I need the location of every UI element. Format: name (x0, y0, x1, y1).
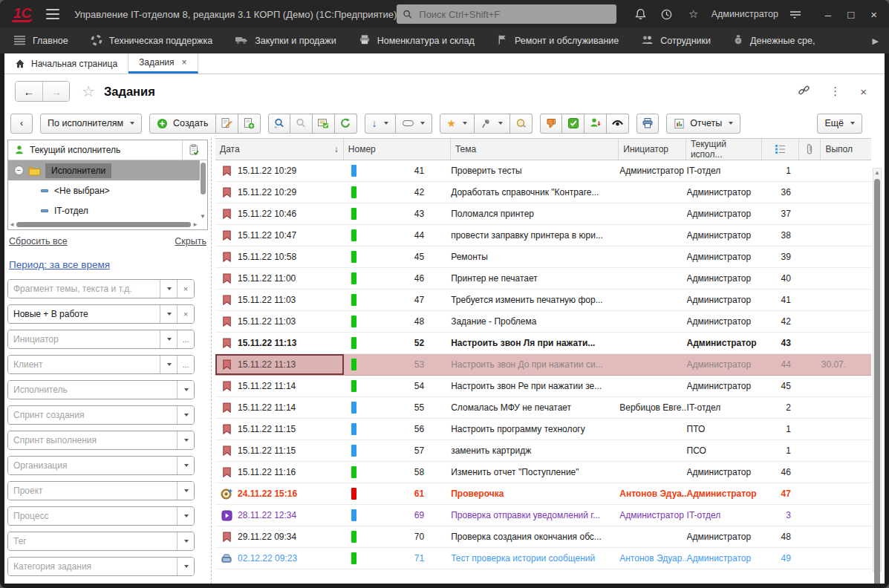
pin-dropdown[interactable] (475, 114, 510, 134)
close-form-icon[interactable]: × (860, 85, 867, 98)
notifications-bell-icon[interactable] (634, 7, 647, 22)
view-mode-dropdown[interactable] (396, 114, 432, 134)
filter-dropdown-button[interactable] (160, 356, 177, 373)
mark-done-button[interactable] (562, 114, 584, 134)
scroll-thumb[interactable] (874, 179, 880, 584)
filter-choose-button[interactable]: ... (177, 356, 194, 373)
history-icon[interactable] (660, 7, 674, 22)
mark-declined-button[interactable] (540, 114, 562, 134)
favorite-star-icon[interactable]: ☆ (82, 82, 95, 100)
print-button[interactable] (636, 114, 659, 134)
filter-input[interactable] (8, 558, 177, 575)
tree-horizontal-scrollbar[interactable]: ◄► (9, 220, 198, 229)
filter-dropdown-button[interactable] (177, 457, 194, 474)
tree-node-child[interactable]: IT-отдел (8, 200, 200, 220)
menu-section-item[interactable]: Главное (13, 35, 68, 48)
menu-section-item[interactable]: Номенклатура и склад (359, 34, 475, 48)
get-link-icon[interactable] (798, 84, 810, 99)
filter-dropdown-button[interactable] (177, 431, 194, 449)
period-link[interactable]: Период: за все время (9, 259, 110, 270)
search-button[interactable] (268, 114, 290, 134)
filter-input[interactable] (8, 330, 160, 348)
reset-all-link[interactable]: Сбросить все (9, 236, 68, 246)
table-row[interactable]: 02.12.22 09:23 71 Тест проверка истории … (215, 548, 871, 569)
column-header-date[interactable]: Дата ↓ (215, 139, 344, 160)
filter-field[interactable]: × ... (7, 431, 195, 450)
search-input[interactable] (417, 8, 610, 21)
table-row[interactable]: 15.11.22 10:29 41 Проверить тесты Админи… (215, 160, 871, 182)
filter-input[interactable] (8, 482, 177, 500)
filter-field[interactable]: × ... (7, 380, 195, 399)
filter-clear-button[interactable]: × (177, 305, 194, 323)
filter-input[interactable] (8, 507, 177, 525)
filter-input[interactable] (8, 381, 177, 399)
watch-button[interactable] (607, 114, 629, 134)
filter-dropdown-button[interactable] (160, 330, 177, 348)
monitor-button[interactable] (510, 114, 533, 134)
filter-input[interactable] (8, 406, 177, 424)
filter-dropdown-button[interactable] (177, 381, 194, 399)
filter-field[interactable]: × ... (7, 506, 195, 526)
importance-dropdown[interactable]: ★ (440, 114, 475, 134)
menu-section-item[interactable]: Ремонт и обслуживание (497, 34, 619, 48)
form-menu-dots-icon[interactable]: ⋮ (830, 85, 841, 98)
filter-field[interactable]: × ... (7, 557, 195, 576)
more-button[interactable]: Ещё (817, 114, 862, 134)
maximize-button[interactable]: □ (847, 8, 854, 21)
filter-dropdown-button[interactable] (160, 305, 177, 323)
sort-dropdown[interactable]: ↓ (365, 114, 396, 134)
refresh-button[interactable] (335, 114, 357, 134)
menu-section-item[interactable]: Денежные сре, (733, 34, 815, 48)
nav-forward-button[interactable]: → (42, 82, 69, 101)
table-row[interactable]: 15.11.22 10:46 43 Поломался принтер Адми… (215, 203, 871, 225)
close-window-button[interactable]: × (870, 8, 877, 21)
hide-link[interactable]: Скрыть (175, 236, 206, 246)
group-by-dropdown[interactable]: По исполнителям (40, 114, 142, 134)
table-row[interactable]: 15.11.22 11:13 52 Настроить звон Ля при … (215, 333, 871, 354)
table-row[interactable]: 15.11.22 11:13 53 Настроить звон До при … (215, 354, 871, 376)
table-row[interactable]: 28.11.22 12:34 69 Проверка отправки увед… (215, 505, 871, 526)
collapse-panel-button[interactable]: ‹ (10, 114, 33, 134)
menu-section-item[interactable]: Техническая поддержка (91, 34, 212, 48)
filter-dropdown-button[interactable] (160, 280, 177, 298)
tree-node-executors[interactable]: − Исполнители (8, 160, 200, 180)
global-search[interactable] (397, 4, 616, 24)
table-row[interactable]: 15.11.22 11:15 57 заменить картридж ПСО … (215, 440, 871, 462)
filter-dropdown-button[interactable] (177, 507, 194, 525)
filter-field[interactable]: × ... (7, 330, 195, 349)
collapse-node-icon[interactable]: − (14, 166, 24, 175)
column-header-due[interactable]: Выпол (821, 139, 871, 160)
filter-input[interactable] (8, 280, 160, 298)
table-row[interactable]: 15.11.22 10:58 45 Ремонты Администратор … (215, 246, 871, 268)
filter-input[interactable] (8, 356, 160, 373)
table-row[interactable]: 15.11.22 11:15 56 Настроить программу те… (215, 419, 871, 440)
filter-dropdown-button[interactable] (177, 558, 194, 575)
filter-input[interactable] (8, 305, 160, 323)
filter-clear-button[interactable]: × (177, 280, 194, 298)
table-row[interactable]: 24.11.22 15:16 61 Проверочка Антонов Эду… (215, 483, 871, 505)
favorites-star-icon[interactable]: ☆ (687, 7, 700, 22)
column-header-checklist[interactable] (762, 139, 799, 160)
table-row[interactable]: 15.11.22 11:03 47 Требуется изменить печ… (215, 290, 871, 311)
filter-field[interactable]: × ... (7, 405, 195, 425)
panel-splitter[interactable] (211, 138, 212, 584)
filter-field[interactable]: × ... (7, 304, 195, 324)
column-header-initiator[interactable]: Инициатор (619, 139, 686, 160)
table-row[interactable]: 15.11.22 11:14 54 Настроить звон Ре при … (215, 376, 871, 397)
select-check-button[interactable] (182, 140, 204, 160)
scroll-up-icon[interactable]: ▲ (874, 169, 880, 176)
menu-section-item[interactable]: Сотрудники (641, 35, 711, 48)
assign-executor-button[interactable] (584, 114, 607, 134)
nav-back-button[interactable]: ← (16, 82, 42, 101)
column-header-theme[interactable]: Тема (451, 139, 619, 160)
filter-field[interactable]: × ... (7, 532, 195, 551)
minimize-button[interactable]: – (825, 8, 831, 21)
filter-dropdown-button[interactable] (177, 532, 194, 550)
reports-dropdown[interactable]: Отчеты (666, 114, 740, 134)
tab-close-icon[interactable]: × (182, 57, 187, 68)
filter-dropdown-button[interactable] (177, 406, 194, 424)
table-row[interactable]: 15.11.22 10:29 42 Доработать справочник … (215, 182, 871, 203)
create-button[interactable]: Создать (149, 114, 216, 134)
filter-dropdown-button[interactable] (177, 482, 194, 500)
filter-field[interactable]: × ... (7, 456, 195, 475)
